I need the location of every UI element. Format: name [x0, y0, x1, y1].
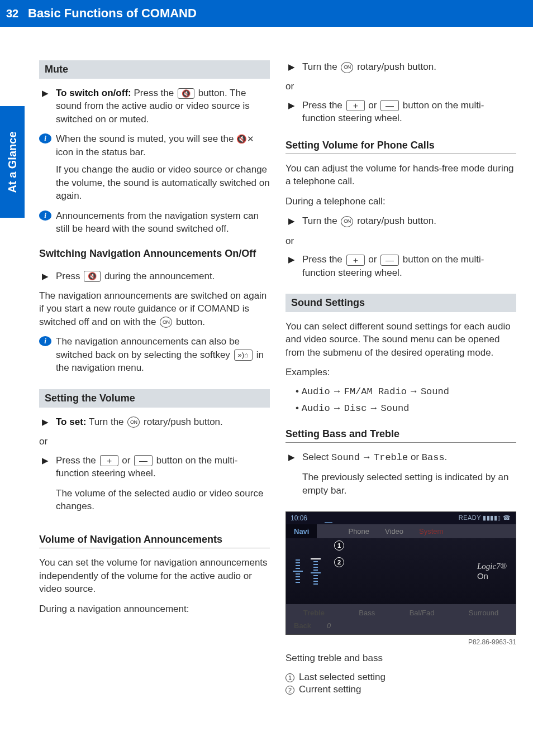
mute-button-icon: 🔇 — [84, 271, 101, 282]
content-area: Mute ▶ To switch on/off: Press the 🔇 but… — [0, 27, 533, 707]
text: or — [366, 100, 380, 111]
ss-bass-scale — [311, 543, 321, 600]
heading-setting-volume: Setting the Volume — [39, 389, 270, 408]
text: Turn the — [302, 61, 340, 72]
example-path-2: • Audio→Disc→Sound — [296, 403, 516, 414]
side-tab: At a Glance — [0, 106, 25, 218]
path-seg: Bass — [422, 452, 445, 463]
text: Last selected setting — [299, 672, 386, 683]
text: The navigation announcements can also be… — [56, 336, 240, 360]
or-text: or — [285, 80, 516, 93]
text: or — [120, 455, 134, 466]
or-text: or — [39, 435, 270, 448]
plus-button-icon: ＋ — [346, 255, 365, 266]
ss-time: 10:06 — [291, 514, 307, 522]
path-seg: Sound — [381, 403, 410, 414]
info-icon: i — [39, 133, 51, 143]
ss-tab-phone: Phone — [340, 524, 377, 538]
minus-button-icon: — — [134, 455, 153, 466]
text: rotary/push button. — [141, 417, 222, 427]
comand-screenshot: 10:06 READY ▮▮▮▮▯ ☎ Navi Phone Video Sys… — [285, 511, 516, 635]
text: When the sound is muted, you will see th… — [56, 133, 236, 144]
header-title: Basic Functions of COMAND — [28, 4, 197, 23]
ss-surround: Surround — [461, 606, 506, 619]
heading-nav-volume: Volume of Navigation Announcements — [39, 534, 270, 548]
text: or — [366, 254, 380, 265]
text: If you change the audio or video source … — [56, 163, 270, 202]
nav-softkey-icon: »)⌂ — [234, 350, 253, 361]
heading-mute: Mute — [39, 60, 270, 79]
step-marker-icon: ▶ — [285, 99, 298, 125]
step-marker-icon: ▶ — [285, 214, 298, 227]
path-seg: FM/AM Radio — [344, 386, 407, 397]
example-path-1: • Audio→FM/AM Radio→Sound — [296, 386, 516, 397]
step-phone-press: ▶ Press the ＋ or — button on the multi-f… — [285, 253, 516, 279]
info-nav-announce: i Announcements from the navigation syst… — [39, 209, 270, 236]
mute-status-icon: 🔇✕ — [236, 134, 254, 143]
ss-main: 1 2 Logic7® On — [286, 538, 516, 604]
step-volume-press: ▶ Press the ＋ or — button on the multi-f… — [39, 454, 270, 520]
path-seg: Disc — [344, 403, 367, 414]
text: The volume of the selected audio or vide… — [56, 487, 270, 513]
step-marker-icon: ▶ — [285, 60, 298, 73]
figure-code: P82.86-9963-31 — [285, 638, 516, 646]
step-marker-icon: ▶ — [39, 87, 51, 126]
text: Press the — [56, 455, 99, 466]
heading-bass-treble: Setting Bass and Treble — [285, 428, 516, 443]
text: or — [408, 452, 422, 462]
on-button-icon: ON — [127, 417, 140, 428]
text: You can adjust the volume for hands-free… — [285, 162, 516, 188]
info-nav-softkey: i The navigation announcements can also … — [39, 335, 270, 374]
plus-button-icon: ＋ — [100, 455, 118, 466]
callout-1-icon: 1 — [334, 540, 344, 551]
text: During a navigation announcement: — [39, 602, 270, 615]
step-nav-press: ▶ Press 🔇 during the announcement. — [39, 270, 270, 283]
on-button-icon: ON — [341, 216, 353, 227]
step-marker-icon: ▶ — [39, 454, 51, 520]
on-button-icon: ON — [341, 62, 353, 73]
side-tab-label: At a Glance — [6, 131, 19, 193]
ss-bottom-bar: Treble Bass Bal/Fad Surround Back 0 — [286, 604, 516, 634]
legend-num-icon: 1 — [285, 673, 294, 682]
text: rotary/push button. — [354, 61, 436, 72]
text: button. — [173, 317, 205, 327]
text: Examples: — [285, 366, 516, 379]
ss-balfad: Bal/Fad — [402, 606, 442, 619]
text: On — [477, 571, 507, 581]
figure-caption: Setting treble and bass — [285, 652, 516, 664]
step-turn-rotary: ▶ Turn the ON rotary/push button. — [285, 60, 516, 73]
heading-sound-settings: Sound Settings — [285, 294, 516, 312]
text: Current setting — [299, 684, 361, 695]
text: You can set the volume for navigation an… — [39, 556, 270, 595]
ss-back: Back — [286, 619, 319, 632]
text: Press the — [302, 100, 345, 111]
text: You can select different sound settings … — [285, 320, 516, 359]
header-bar: 32 Basic Functions of COMAND — [0, 0, 533, 27]
step-press-plusminus: ▶ Press the ＋ or — button on the multi-f… — [285, 99, 516, 125]
ss-logic7: Logic7® On — [477, 562, 507, 581]
step-marker-icon: ▶ — [39, 415, 51, 428]
path-seg: Audio — [302, 403, 330, 414]
text: Select — [302, 452, 331, 462]
ss-treble: Treble — [296, 606, 332, 619]
text: rotary/push button. — [354, 216, 436, 226]
info-icon: i — [39, 210, 51, 221]
text: Turn the — [302, 216, 340, 226]
path-seg: Audio — [302, 386, 330, 397]
text: Logic7® — [477, 562, 507, 571]
plus-button-icon: ＋ — [346, 100, 365, 111]
text: Press the — [302, 254, 345, 265]
legend-2: 2 Current setting — [285, 684, 516, 695]
step-lead: To switch on/off: — [56, 88, 131, 98]
page-number: 32 — [0, 0, 25, 27]
mute-button-icon: 🔇 — [178, 88, 194, 99]
step-marker-icon: ▶ — [285, 451, 298, 504]
text: Turn the — [86, 417, 126, 427]
callout-2-icon: 2 — [334, 557, 344, 567]
ss-zero: 0 — [319, 619, 339, 632]
heading-phone-volume: Setting Volume for Phone Calls — [285, 140, 516, 154]
info-muted-icon: i When the sound is muted, you will see … — [39, 132, 270, 202]
ss-bass: Bass — [351, 606, 383, 619]
step-mute-toggle: ▶ To switch on/off: Press the 🔇 button. … — [39, 87, 270, 126]
text: icon in the status bar. — [56, 147, 146, 157]
